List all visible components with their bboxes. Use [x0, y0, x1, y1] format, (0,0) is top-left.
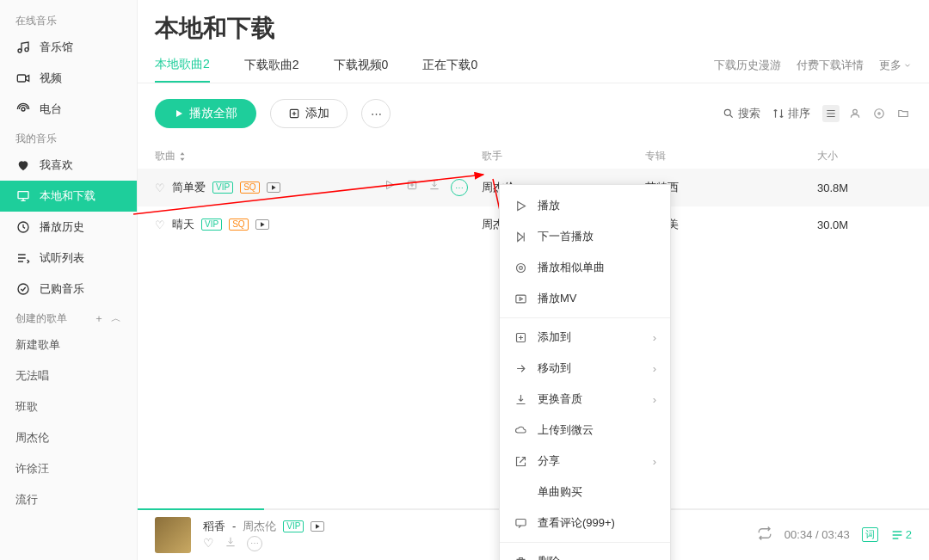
context-item-label: 播放相似单曲	[538, 260, 605, 275]
vip-badge: VIP	[212, 182, 233, 194]
sidebar-item-local-download[interactable]: 本地和下载	[0, 181, 137, 212]
tab-downloaded-videos[interactable]: 下载视频0	[334, 58, 389, 82]
sidebar-item-favorites[interactable]: 我喜欢	[0, 150, 137, 181]
context-item-delete[interactable]: 删除›	[500, 546, 670, 560]
tab-downloading[interactable]: 正在下载0	[422, 58, 477, 82]
context-item-play[interactable]: 播放	[500, 190, 670, 221]
more-dropdown[interactable]: 更多	[879, 58, 912, 73]
video-icon	[15, 71, 31, 86]
tab-downloaded-songs[interactable]: 下载歌曲2	[244, 58, 299, 82]
check-circle-icon	[15, 281, 31, 297]
download-history-link[interactable]: 下载历史漫游	[714, 58, 781, 73]
now-playing-title[interactable]: 稻香	[203, 519, 225, 534]
sidebar-section-created: 创建的歌单 ＋ ︿	[0, 305, 137, 329]
playlist-item[interactable]: 许徐汪	[0, 453, 137, 484]
sidebar-item-video[interactable]: 视频	[0, 63, 137, 94]
song-title: 简单爱	[172, 180, 206, 195]
sidebar-section-online: 在线音乐	[0, 7, 137, 32]
context-item-cloud[interactable]: 上传到微云	[500, 415, 670, 446]
playlist-item[interactable]: 无法唱	[0, 360, 137, 391]
sort-button[interactable]: 排序	[772, 106, 810, 121]
context-item-mv[interactable]: 播放MV	[500, 283, 670, 314]
context-item-label: 添加到	[538, 329, 571, 345]
context-item-label: 单曲购买	[538, 484, 582, 500]
queue-button[interactable]: 2	[890, 528, 912, 542]
song-album[interactable]: 叶惠美	[645, 217, 817, 232]
svg-point-3	[22, 108, 25, 111]
context-item-buy[interactable]: 单曲购买	[500, 477, 670, 508]
tab-local-songs[interactable]: 本地歌曲2	[155, 57, 210, 83]
album-cover[interactable]	[155, 517, 191, 553]
context-item-quality[interactable]: 更换音质›	[500, 384, 670, 415]
player-time: 00:34 / 03:43	[784, 528, 850, 541]
mv-icon[interactable]	[255, 219, 269, 230]
view-album-icon[interactable]	[871, 105, 888, 122]
row-more-button[interactable]: ⋯	[451, 179, 468, 196]
column-song[interactable]: 歌曲	[155, 149, 482, 163]
player-download-icon[interactable]	[225, 536, 237, 551]
sidebar-item-purchased[interactable]: 已购音乐	[0, 274, 137, 305]
row-play-icon[interactable]	[384, 179, 396, 196]
sidebar-item-history[interactable]: 播放历史	[0, 212, 137, 243]
collapse-icon[interactable]: ︿	[111, 311, 121, 326]
play-all-button[interactable]: 播放全部	[155, 99, 256, 128]
row-download-icon[interactable]	[428, 179, 440, 196]
view-list-icon[interactable]	[822, 105, 840, 122]
favorite-icon[interactable]: ♡	[155, 218, 165, 231]
context-item-share[interactable]: 分享›	[500, 446, 670, 477]
add-icon	[514, 330, 527, 344]
mv-icon[interactable]	[267, 182, 280, 193]
playlist-icon	[15, 250, 31, 266]
svg-point-10	[875, 109, 884, 119]
song-album[interactable]: 范特西	[645, 180, 817, 195]
add-playlist-icon[interactable]: ＋	[94, 311, 104, 326]
svg-point-1	[25, 48, 28, 52]
context-item-add[interactable]: 添加到›	[500, 322, 670, 353]
column-size[interactable]: 大小	[817, 149, 912, 163]
sidebar-item-trial-list[interactable]: 试听列表	[0, 243, 137, 274]
search-button[interactable]: 搜索	[723, 106, 760, 121]
sidebar-item-label: 试听列表	[40, 250, 84, 266]
view-folder-icon[interactable]	[895, 105, 912, 122]
column-artist[interactable]: 歌手	[482, 149, 645, 163]
context-item-next[interactable]: 下一首播放	[500, 221, 670, 252]
tabs: 本地歌曲2 下载歌曲2 下载视频0 正在下载0 下载历史漫游 付费下载详情 更多	[138, 57, 929, 83]
sidebar-item-music-hall[interactable]: 音乐馆	[0, 32, 137, 63]
radio-icon	[15, 102, 31, 117]
now-playing-artist[interactable]: 周杰伦	[243, 519, 276, 534]
context-item-label: 更换音质	[538, 391, 582, 407]
mv-icon[interactable]	[311, 521, 324, 532]
player-more-icon[interactable]: ⋯	[247, 536, 262, 551]
context-item-label: 查看评论(999+)	[538, 515, 615, 531]
playlist-item[interactable]: 周杰伦	[0, 422, 137, 453]
sidebar-item-label: 音乐馆	[40, 40, 73, 55]
ellipsis-icon: ⋯	[371, 108, 382, 120]
song-size: 30.0M	[817, 218, 912, 231]
delete-icon	[514, 555, 527, 560]
view-artist-icon[interactable]	[846, 105, 864, 122]
context-item-label: 删除	[538, 554, 560, 560]
sidebar-item-radio[interactable]: 电台	[0, 94, 137, 125]
lyric-button[interactable]: 词	[862, 527, 878, 542]
loop-icon[interactable]	[757, 526, 772, 544]
song-size: 30.8M	[817, 182, 912, 194]
context-item-similar[interactable]: 播放相似单曲	[500, 252, 670, 283]
svg-rect-2	[17, 75, 25, 82]
context-item-move[interactable]: 移动到›	[500, 353, 670, 384]
svg-point-14	[516, 263, 525, 272]
playlist-item[interactable]: 新建歌单	[0, 329, 137, 360]
sidebar-item-label: 播放历史	[40, 219, 84, 235]
svg-rect-4	[18, 192, 28, 199]
mv-icon	[514, 292, 527, 305]
row-add-icon[interactable]	[406, 179, 418, 196]
favorite-icon[interactable]: ♡	[155, 182, 165, 194]
add-button[interactable]: 添加	[270, 99, 348, 128]
playlist-item[interactable]: 流行	[0, 484, 137, 515]
more-actions-button[interactable]: ⋯	[361, 99, 391, 128]
playlist-item[interactable]: 班歌	[0, 391, 137, 422]
share-icon	[514, 454, 527, 468]
context-item-comment[interactable]: 查看评论(999+)	[500, 508, 670, 538]
column-album[interactable]: 专辑	[645, 149, 817, 163]
player-favorite-icon[interactable]: ♡	[203, 536, 214, 551]
paid-download-detail-link[interactable]: 付费下载详情	[797, 58, 864, 73]
